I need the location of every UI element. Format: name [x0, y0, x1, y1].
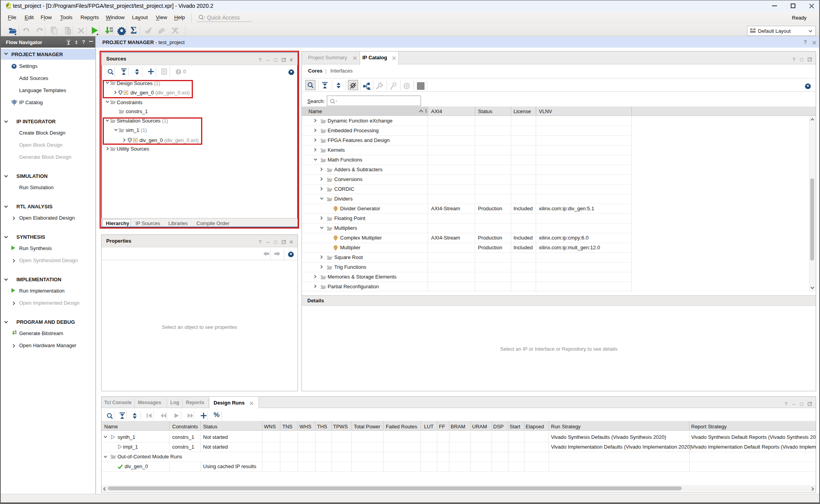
svg-text:01: 01 — [110, 27, 113, 30]
svg-text:10: 10 — [14, 332, 17, 334]
svg-text:10: 10 — [110, 30, 113, 32]
